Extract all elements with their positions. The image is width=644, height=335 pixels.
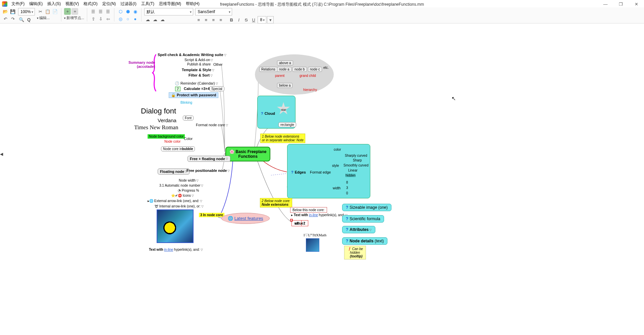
node-protect[interactable]: 🔒 Protect with password [169,92,218,98]
menu-file[interactable]: 文件(F) [9,0,26,7]
node-cloud[interactable]: Cloud [261,111,275,115]
summary-node-label[interactable]: Summary node(accolade) [128,60,155,68]
struct6-icon[interactable]: ● [132,15,139,22]
minimize-button[interactable]: — [598,0,613,8]
node-color[interactable]: Node color [164,140,180,143]
node-sizeable-image[interactable]: Sizeable image (one) [342,204,391,211]
cut-icon[interactable]: ✂ [37,8,44,15]
moveleft-icon[interactable]: ⇦ [105,15,111,22]
node-verdana[interactable]: Verdana [158,117,176,123]
node-formatedge[interactable]: Format edge [310,170,331,174]
scroll-left-icon[interactable]: ◀ [0,152,3,156]
edge-w3[interactable]: 3 [346,186,348,190]
node-icons[interactable]: ⭐✔⛔ Icons▽ [171,194,194,197]
node-floating[interactable]: Floating node▽ [158,169,190,175]
edge-style[interactable]: style [332,164,339,168]
node-color-label[interactable]: Color [184,137,193,141]
fontsize-combo[interactable]: 8 [258,16,266,23]
node-textinline[interactable]: Text with in-line hyperlink(s), and:▽ [149,248,203,251]
menu-format[interactable]: 格式(O) [82,0,99,7]
node-extarrow[interactable]: ▸🌐 External arrow-link (one), and:▽ [148,199,202,203]
node-intarrow[interactable]: ➰ Internal arrow-link (one), or:▽ [154,204,204,208]
node-autonum[interactable]: 3.1 Automatic node number▽ [159,184,203,187]
edge-smoothly[interactable]: Smoothly curved [343,163,368,167]
rel-below[interactable]: below a [277,83,292,88]
node-innode[interactable]: 3 In node core [199,213,224,217]
copy-icon[interactable]: 📋 [44,8,51,15]
node-progress[interactable]: ◔ Progress % [178,189,199,192]
node-bubble[interactable]: Node core in bubble [161,146,195,151]
zoom-combo[interactable]: 100% [18,8,35,15]
edge-w0[interactable]: 0 [346,191,348,195]
central-node[interactable]: 🌸 Basic Freeplane Functions [225,147,270,161]
node-freepos[interactable]: Free positionable node▽ [186,169,230,173]
undo-icon[interactable]: ↶ [2,15,9,22]
moveup-icon[interactable]: ⇧ [90,15,97,22]
edge-width-label[interactable]: width [333,186,340,190]
strike-icon[interactable]: S [243,16,250,23]
rel-nodeb[interactable]: node b [292,67,307,72]
node-times[interactable]: Times New Roman [134,124,178,131]
node-dialogfont[interactable]: Dialog font [141,107,176,115]
node-font[interactable]: Font [183,115,194,121]
search-replace-icon[interactable]: Q [25,16,32,23]
note-below-extensions[interactable]: 1 Below node extensionsor in separate wi… [260,134,305,143]
edge-color[interactable]: color [334,148,341,151]
node-width[interactable]: Node width▽ [179,179,199,182]
close-button[interactable]: ✕ [629,0,644,8]
font-combo[interactable]: SansSerif [195,8,232,15]
cloud-icon[interactable]: ☁ [144,16,151,23]
edge-linear[interactable]: Linear [348,169,358,172]
add-child-icon[interactable]: ＋ [64,8,71,15]
attributes-table[interactable]: a1value1 a2value2 [290,219,293,222]
edge-sharply[interactable]: Sharply curved [345,154,367,157]
align-center-icon[interactable]: ≡ [203,16,209,23]
menu-edit[interactable]: 编辑(E) [27,0,45,7]
node-bgcolor[interactable]: Node background color [148,134,185,139]
node-scientific-formula[interactable]: Scientific formula [342,215,384,223]
edge-w8[interactable]: 8 [346,181,348,184]
node-formatcore[interactable]: Format node core▽ [196,123,228,127]
outline-icon[interactable]: ☰ [90,8,97,15]
menu-filter[interactable]: 过滤器(I) [118,0,138,7]
menu-tools[interactable]: 工具(T) [139,0,156,7]
save-icon[interactable]: 💾 [9,8,16,15]
open-icon[interactable]: 📂 [2,8,9,15]
node-text-inline2[interactable]: ▸ Text with in-line hyperlink(s), and:▽ [291,213,347,217]
node-template[interactable]: Template & Style▽ [182,68,214,72]
node-other[interactable]: Other [213,62,223,66]
fontsize-dropdown-icon[interactable]: ▾ [267,16,274,23]
note-node-extensions[interactable]: 2 Below node core:Node extensions [260,198,292,207]
struct2-icon[interactable]: ⬢ [124,8,131,15]
paste-icon[interactable]: 📄 [52,8,58,15]
node-latest-features[interactable]: 🌐 Latest features [221,213,270,224]
mindmap-canvas[interactable]: 🌸 Basic Freeplane Functions Summary node… [0,24,644,335]
node-edges[interactable]: Edges [291,170,306,174]
node-freefloat[interactable]: Free + floating node▽ [187,156,230,162]
cloud3-icon[interactable]: ☁ [159,16,166,23]
edge-sharp[interactable]: Sharp [353,158,362,162]
node-calculate[interactable]: Calculate =3+4▽ [184,87,213,91]
menu-mindmap[interactable]: 思维导图(M) [157,0,183,7]
node-attributes[interactable]: Attributes▽ [342,226,375,233]
maximize-button[interactable]: ❐ [613,0,629,8]
outline2-icon[interactable]: ☰ [97,8,104,15]
struct1-icon[interactable]: ⬡ [117,8,124,15]
node-spellcheck[interactable]: Spell check & Academic Writing suite▽ [158,53,226,57]
underline-icon[interactable]: U [250,16,257,23]
struct4-icon[interactable]: ◎ [117,15,124,22]
italic-icon[interactable]: I [235,16,242,23]
menu-navigate[interactable]: 定位(N) [100,0,118,7]
menu-view[interactable]: 视图(V) [63,0,81,7]
struct3-icon[interactable]: ◉ [132,8,139,15]
node-blinking[interactable]: Blinking [180,101,192,104]
add-sibling-icon[interactable]: ＋ [71,8,78,15]
align-just-icon[interactable]: ≡ [217,16,224,23]
style-combo[interactable]: 默认 [144,8,193,15]
toolbar-newnode-dropdown[interactable]: 新增节点... [64,15,84,20]
node-filter[interactable]: Filter & Sort▽ [189,73,213,77]
bold-icon[interactable]: B [228,16,235,23]
rel-nodea[interactable]: node a [277,67,291,72]
node-special[interactable]: Special [209,86,224,91]
redo-icon[interactable]: ↷ [9,15,16,22]
